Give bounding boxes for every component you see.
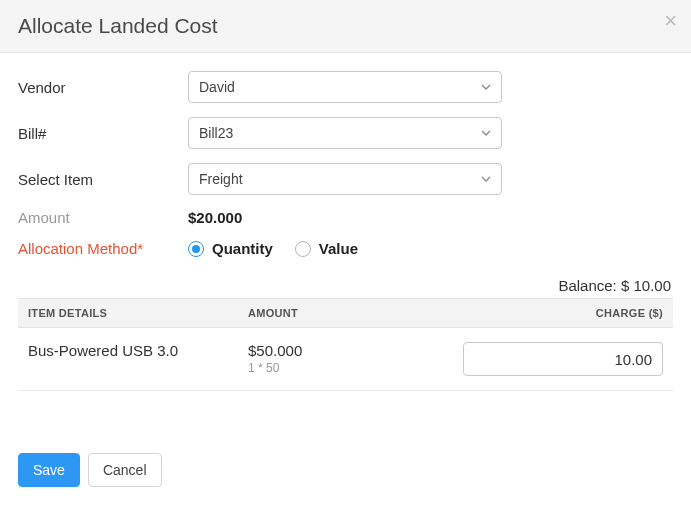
item-select[interactable]: Freight <box>188 163 502 195</box>
cell-charge <box>453 328 673 391</box>
vendor-select[interactable]: David <box>188 71 502 103</box>
radio-value[interactable]: Value <box>295 240 358 257</box>
bill-row: Bill# Bill23 <box>18 117 673 149</box>
amount-value: $20.000 <box>188 209 242 226</box>
bill-label: Bill# <box>18 125 188 142</box>
radio-quantity-label: Quantity <box>212 240 273 257</box>
save-button[interactable]: Save <box>18 453 80 487</box>
radio-quantity[interactable]: Quantity <box>188 240 273 257</box>
col-item: ITEM DETAILS <box>18 299 238 328</box>
amount-row: Amount $20.000 <box>18 209 673 226</box>
cell-item: Bus-Powered USB 3.0 <box>18 328 238 391</box>
vendor-row: Vendor David <box>18 71 673 103</box>
cell-amount: $50.000 1 * 50 <box>238 328 453 391</box>
radio-icon <box>188 241 204 257</box>
cell-amount-detail: 1 * 50 <box>248 361 443 375</box>
balance-label: Balance: <box>558 277 616 294</box>
item-row: Select Item Freight <box>18 163 673 195</box>
col-charge: CHARGE ($) <box>453 299 673 328</box>
modal-header: Allocate Landed Cost × <box>0 0 691 53</box>
cancel-button[interactable]: Cancel <box>88 453 162 487</box>
vendor-label: Vendor <box>18 79 188 96</box>
charge-input[interactable] <box>463 342 663 376</box>
balance-text: Balance: $ 10.00 <box>18 277 673 294</box>
balance-value: $ 10.00 <box>621 277 671 294</box>
modal-body: Vendor David Bill# Bill23 Select Item <box>0 53 691 401</box>
item-label: Select Item <box>18 171 188 188</box>
radio-value-label: Value <box>319 240 358 257</box>
bill-value: Bill23 <box>199 125 233 141</box>
modal-title: Allocate Landed Cost <box>18 14 218 37</box>
item-value: Freight <box>199 171 243 187</box>
close-icon[interactable]: × <box>664 10 677 32</box>
vendor-value: David <box>199 79 235 95</box>
bill-select[interactable]: Bill23 <box>188 117 502 149</box>
col-amount: AMOUNT <box>238 299 453 328</box>
allocation-method-row: Allocation Method* Quantity Value <box>18 240 673 257</box>
table-row: Bus-Powered USB 3.0 $50.000 1 * 50 <box>18 328 673 391</box>
items-table: ITEM DETAILS AMOUNT CHARGE ($) Bus-Power… <box>18 298 673 391</box>
radio-icon <box>295 241 311 257</box>
allocation-method-group: Quantity Value <box>188 240 358 257</box>
allocation-method-label: Allocation Method* <box>18 240 188 257</box>
modal-footer: Save Cancel <box>0 439 691 505</box>
chevron-down-icon <box>481 130 491 136</box>
amount-label: Amount <box>18 209 188 226</box>
cell-amount-value: $50.000 <box>248 342 443 359</box>
chevron-down-icon <box>481 84 491 90</box>
chevron-down-icon <box>481 176 491 182</box>
